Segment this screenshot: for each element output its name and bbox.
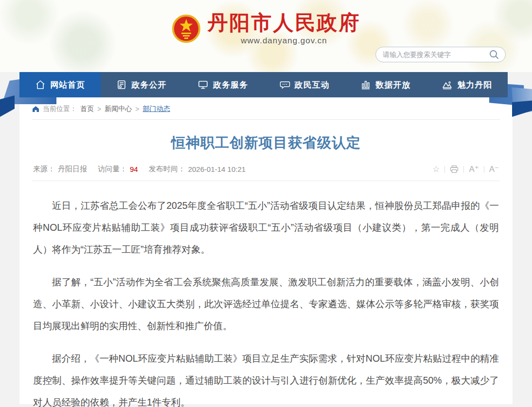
breadcrumb-link-news-center[interactable]: 新闻中心 <box>105 105 132 113</box>
search-box[interactable] <box>375 47 506 62</box>
nav-item-gov-services[interactable]: 政务服务 <box>182 72 264 97</box>
site-logo: 丹阳市人民政府 www.danyang.gov.cn <box>0 12 532 46</box>
site-header: 丹阳市人民政府 www.danyang.gov.cn <box>0 0 532 72</box>
national-emblem-icon <box>172 14 201 43</box>
breadcrumb-link-home[interactable]: 首页 <box>80 105 94 113</box>
print-icon[interactable] <box>450 165 459 173</box>
content-panel: 当前位置： 首页 > 新闻中心 > 部门动态 恒神职工创新项目获省级认定 来源：… <box>19 97 513 404</box>
chat-icon <box>279 79 290 90</box>
views-value: 94 <box>130 165 138 173</box>
nav-item-charming-danyang[interactable]: 魅力丹阳 <box>426 72 508 97</box>
date-label: 发布时间： <box>149 165 185 174</box>
breadcrumb-separator: > <box>135 105 139 113</box>
breadcrumb-home-icon <box>32 106 39 112</box>
breadcrumb: 当前位置： 首页 > 新闻中心 > 部门动态 <box>32 97 500 120</box>
right-ribbon-fold-decoration <box>512 100 532 117</box>
breadcrumb-link-department-news[interactable]: 部门动态 <box>142 105 170 113</box>
article-paragraph: 据介绍，《一种NOL环应变片粘贴辅助工装》项目立足生产实际需求，针对NOL环应变… <box>33 348 499 407</box>
tools-divider <box>463 166 464 173</box>
nav-item-label: 魅力丹阳 <box>457 79 492 91</box>
page-title: 恒神职工创新项目获省级认定 <box>32 133 500 153</box>
nav-item-label: 政务公开 <box>131 79 166 91</box>
main-navigation: 网站首页 政务公开 政务服务 政民互动 数据开放 <box>19 72 508 97</box>
home-icon <box>35 79 46 90</box>
favorite-star-icon[interactable]: ☆ <box>432 165 440 173</box>
site-url: www.danyang.gov.cn <box>208 36 361 46</box>
article-meta-row: 来源： 丹阳日报 访问量： 94 发布时间： 2026-01-14 10:21 … <box>32 165 500 181</box>
monitor-icon <box>197 79 209 90</box>
font-smaller-button[interactable]: A⁻ <box>489 165 499 173</box>
article-paragraph: 据了解，“五小”活动作为全省工会系统聚焦高质量发展、激发职工创新活力的重要载体，… <box>33 271 499 337</box>
date-value: 2026-01-14 10:21 <box>188 165 246 173</box>
mountain-icon <box>442 79 453 90</box>
bar-chart-icon <box>360 79 371 90</box>
nav-item-label: 政务服务 <box>213 79 248 91</box>
site-name: 丹阳市人民政府 <box>208 12 361 34</box>
source-label: 来源： <box>33 165 55 174</box>
nav-item-label: 政民互动 <box>295 79 330 91</box>
breadcrumb-separator: > <box>97 105 101 113</box>
article-body: 近日，江苏省总工会公布了2025年度全省职工“五小”活动省级项目认定结果，恒神股… <box>32 181 500 407</box>
views-label: 访问量： <box>98 165 127 174</box>
search-icon[interactable] <box>489 49 499 60</box>
nav-item-public-interaction[interactable]: 政民互动 <box>264 72 345 97</box>
article-meta: 来源： 丹阳日报 访问量： 94 发布时间： 2026-01-14 10:21 <box>33 165 246 174</box>
tools-divider <box>484 166 484 173</box>
document-icon <box>116 79 127 90</box>
nav-item-gov-info[interactable]: 政务公开 <box>101 72 182 97</box>
nav-item-open-data[interactable]: 数据开放 <box>345 72 426 97</box>
left-ribbon-fold-decoration <box>0 95 15 117</box>
tools-divider <box>444 166 445 173</box>
search-input[interactable] <box>383 51 489 58</box>
article-tools: ☆ A⁺ A⁻ <box>432 165 499 173</box>
source-value: 丹阳日报 <box>58 165 87 174</box>
nav-item-home[interactable]: 网站首页 <box>19 72 101 97</box>
nav-item-label: 网站首页 <box>50 79 85 91</box>
nav-item-label: 数据开放 <box>375 79 410 91</box>
breadcrumb-label: 当前位置： <box>43 105 77 113</box>
article-paragraph: 近日，江苏省总工会公布了2025年度全省职工“五小”活动省级项目认定结果，恒神股… <box>33 195 499 260</box>
font-larger-button[interactable]: A⁺ <box>469 165 479 173</box>
